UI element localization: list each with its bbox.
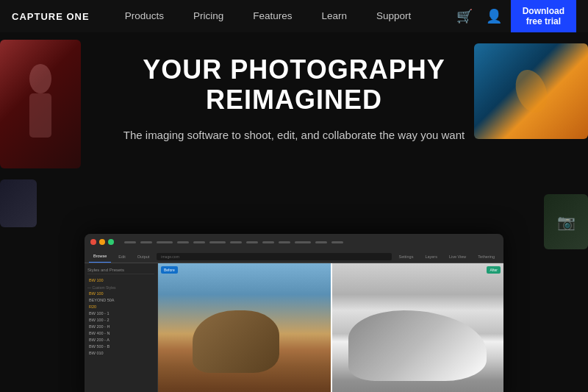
before-image: Before xyxy=(158,263,331,392)
window-minimize-dot[interactable] xyxy=(99,239,105,245)
hero-photo-underwater xyxy=(474,43,588,139)
download-cta-button[interactable]: Download free trial xyxy=(511,0,576,32)
nav-link-products[interactable]: Products xyxy=(113,0,176,32)
tab-settings-right[interactable]: Settings xyxy=(395,250,418,263)
after-image: After xyxy=(331,263,503,392)
panel-item-3[interactable]: BW 100 - 1 xyxy=(87,310,154,316)
toolbar-icon-1 xyxy=(124,241,136,243)
toolbar-icon-2 xyxy=(140,241,152,243)
before-label: Before xyxy=(161,266,178,274)
mockup-topbar: Browse Edit Output image.com Settings La… xyxy=(85,250,503,263)
panel-item-r20[interactable]: R20 xyxy=(87,304,154,310)
left-panel: Styles and Presets BW 100 — Custom Style… xyxy=(85,263,158,392)
hero-section: 📷 YOUR PHOTOGRAPHY REIMAGINED The imagin… xyxy=(0,32,588,392)
tab-live-view[interactable]: Live View xyxy=(445,250,470,263)
tab-connected[interactable]: Tethering xyxy=(473,250,499,263)
toolbar-icon-11 xyxy=(295,241,311,243)
window-close-dot[interactable] xyxy=(90,239,96,245)
panel-item-8[interactable]: BW 500 - B xyxy=(87,343,154,349)
tab-layers-right[interactable]: Layers xyxy=(420,250,442,263)
mockup-content: Styles and Presets BW 100 — Custom Style… xyxy=(85,263,503,392)
before-after-divider[interactable] xyxy=(331,263,332,392)
panel-item-6[interactable]: BW 400 - N xyxy=(87,330,154,336)
svg-point-2 xyxy=(509,65,552,117)
tab-export[interactable]: Output xyxy=(133,250,154,263)
hero-text-block: YOUR PHOTOGRAPHY REIMAGINED The imaging … xyxy=(103,54,485,143)
before-after-images: Before After xyxy=(158,263,503,392)
after-label: After xyxy=(487,266,501,274)
navbar: CAPTURE ONE Products Pricing Features Le… xyxy=(0,0,588,32)
panel-item-9[interactable]: BW 010 xyxy=(87,350,154,356)
panel-item-1[interactable]: BW 100 xyxy=(87,291,154,296)
nav-link-support[interactable]: Support xyxy=(365,0,423,32)
toolbar-icon-3 xyxy=(157,241,173,243)
toolbar-icon-8 xyxy=(246,241,258,243)
toolbar-icon-group xyxy=(124,241,343,243)
toolbar-icon-10 xyxy=(279,241,290,243)
svg-rect-1 xyxy=(29,93,51,138)
toolbar-icon-5 xyxy=(193,241,205,243)
hero-photo-woman xyxy=(0,40,81,168)
toolbar-icon-6 xyxy=(209,241,226,243)
panel-item-5[interactable]: BW 200 - H xyxy=(87,324,154,329)
tab-other[interactable]: Edit xyxy=(114,250,129,263)
toolbar-icon-9 xyxy=(262,241,274,243)
hero-photo-photographer: 📷 xyxy=(544,194,588,249)
toolbar-icon-12 xyxy=(315,241,327,243)
svg-point-0 xyxy=(29,64,51,93)
panel-item-4[interactable]: BW 100 - 2 xyxy=(87,317,154,323)
panel-item-2[interactable]: BEYOND 50A xyxy=(87,297,154,303)
panel-header: Styles and Presets xyxy=(87,266,154,274)
mockup-window-chrome xyxy=(85,234,503,250)
nav-links: Products Pricing Features Learn Support xyxy=(113,0,456,32)
nav-link-pricing[interactable]: Pricing xyxy=(182,0,235,32)
tab-browse[interactable]: Browse xyxy=(89,250,111,263)
panel-section-custom: — Custom Styles xyxy=(87,285,154,290)
nav-link-features[interactable]: Features xyxy=(241,0,304,32)
panel-item-0[interactable]: BW 100 xyxy=(87,277,154,283)
window-maximize-dot[interactable] xyxy=(108,239,114,245)
hero-photo-camera xyxy=(0,179,37,227)
nav-link-learn[interactable]: Learn xyxy=(309,0,359,32)
mockup-image-area: Before After xyxy=(158,263,503,392)
site-logo[interactable]: CAPTURE ONE xyxy=(12,11,90,22)
app-mockup: Browse Edit Output image.com Settings La… xyxy=(85,234,503,392)
user-icon[interactable]: 👤 xyxy=(486,8,502,24)
nav-icons: 🛒 👤 xyxy=(456,8,502,24)
panel-item-7[interactable]: BW 200 - A xyxy=(87,337,154,343)
toolbar-icon-4 xyxy=(177,241,189,243)
toolbar-icon-13 xyxy=(331,241,343,243)
url-bar[interactable]: image.com xyxy=(157,253,391,260)
hero-subtitle: The imaging software to shoot, edit, and… xyxy=(103,127,485,144)
hero-title: YOUR PHOTOGRAPHY REIMAGINED xyxy=(103,54,485,115)
toolbar-icon-7 xyxy=(230,241,242,243)
cart-icon[interactable]: 🛒 xyxy=(456,8,473,24)
